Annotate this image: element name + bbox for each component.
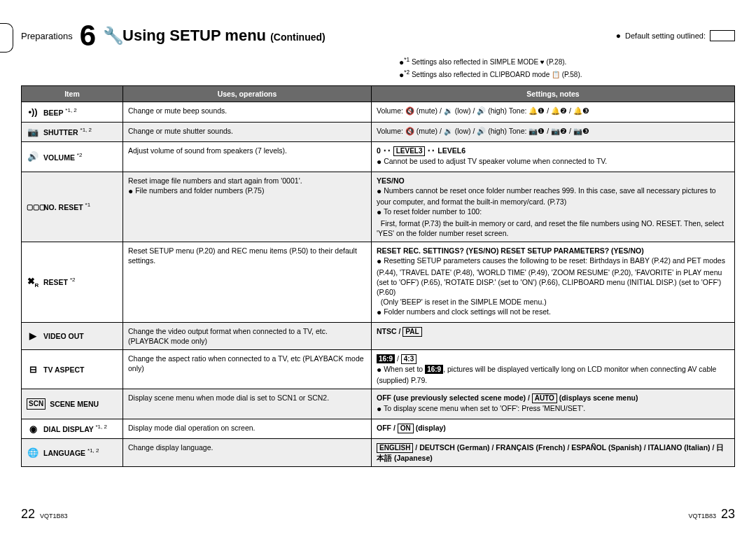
table-header-row: Item Uses, operations Settings, notes: [22, 86, 735, 102]
shutter-icon: 📷: [27, 126, 39, 139]
page-number-right: 23: [721, 507, 735, 521]
row-noreset: ▢▢▢ NO. RESET *1 Reset image file number…: [22, 172, 735, 242]
tvaspect-icon: ⊟: [27, 363, 39, 376]
noreset-icon: ▢▢▢: [27, 202, 39, 212]
row-reset: ✖R RESET *2 Reset SETUP menu (P.20) and …: [22, 242, 735, 322]
outline-box-icon: [710, 30, 735, 41]
settings-table: Item Uses, operations Settings, notes •)…: [21, 85, 735, 467]
page-header: Preparations 6 🔧 Using SETUP menu (Conti…: [21, 21, 735, 50]
row-shutter: 📷 SHUTTER *1, 2 Change or mute shutter s…: [22, 122, 735, 142]
row-beep: •)) BEEP *1, 2 Change or mute beep sound…: [22, 102, 735, 123]
page: Preparations 6 🔧 Using SETUP menu (Conti…: [0, 0, 756, 467]
row-videoout: ▶ VIDEO OUT Change the video output form…: [22, 322, 735, 349]
language-icon: 🌐: [27, 447, 39, 459]
row-language: 🌐 LANGUAGE *1, 2 Change display language…: [22, 439, 735, 467]
wrench-icon: 🔧: [103, 26, 115, 46]
beep-icon: •)): [27, 106, 39, 118]
top-footnotes: ●*1 Settings also reflected in SIMPLE MO…: [399, 56, 735, 81]
row-scene: SCN SCENE MENU Display scene menu when m…: [22, 389, 735, 419]
videoout-icon: ▶: [27, 330, 39, 342]
volume-icon: 🔊: [27, 151, 39, 163]
page-number-left: 22: [21, 507, 35, 521]
page-title: Using SETUP menu (Continued): [122, 27, 326, 45]
scn-icon: SCN: [27, 398, 46, 410]
col-uses: Uses, operations: [123, 86, 372, 102]
row-tvaspect: ⊟ TV ASPECT Change the aspect ratio when…: [22, 349, 735, 389]
default-setting-note: ● Default setting outlined:: [616, 30, 735, 41]
row-volume: 🔊 VOLUME *2 Adjust volume of sound from …: [22, 142, 735, 172]
section-number: 6: [80, 21, 96, 50]
col-settings: Settings, notes: [372, 86, 735, 102]
row-dial: ◉ DIAL DISPLAY *1, 2 Display mode dial o…: [22, 419, 735, 439]
page-footer: 22 VQT1B83 VQT1B83 23: [21, 507, 735, 522]
dial-icon: ◉: [27, 423, 39, 435]
reset-icon: ✖R: [27, 275, 39, 289]
col-item: Item: [22, 86, 123, 102]
preparations-label: Preparations: [21, 31, 73, 41]
